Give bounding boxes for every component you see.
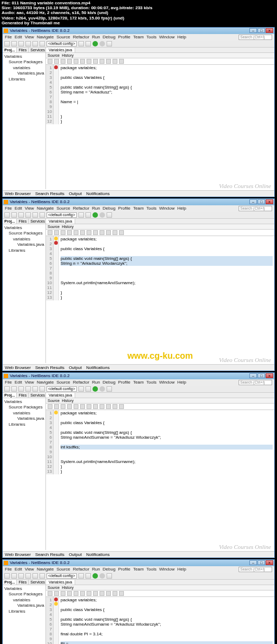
netbeans-window: Variables - NetBeans IDE 8.0.2 – □ × Fil… (2, 27, 275, 197)
error-mark-icon (54, 241, 58, 245)
line-gutter: 123456789101112 (46, 65, 54, 124)
close-button[interactable]: × (266, 373, 273, 378)
tree-project[interactable]: Variables (4, 54, 44, 59)
tab-files[interactable]: Files (17, 48, 29, 52)
last-edit-button[interactable] (61, 59, 65, 64)
maximize-button[interactable]: □ (258, 560, 265, 565)
close-button[interactable]: × (266, 199, 273, 204)
menu-window[interactable]: Window (159, 35, 174, 39)
tree-src[interactable]: Source Packages (4, 59, 44, 65)
code-area[interactable]: package variables; public class Variable… (59, 65, 274, 124)
redo-button[interactable] (39, 41, 45, 46)
minimize-button[interactable]: – (249, 199, 257, 204)
shift-left-button[interactable] (93, 59, 98, 64)
run-button[interactable] (93, 41, 98, 46)
warn-mark-icon (54, 411, 58, 414)
maximize-button[interactable]: □ (258, 199, 265, 204)
editor-tab[interactable]: Variables.java (46, 48, 75, 52)
maximize-button[interactable]: □ (258, 373, 265, 378)
maximize-button[interactable]: □ (258, 28, 265, 33)
menubar: File Edit View Navigate Source Refactor … (3, 34, 274, 41)
search-input[interactable]: Search (Ctrl+I) (239, 35, 272, 40)
toggle-bm-button[interactable] (87, 59, 91, 64)
main-toolbar: <default config> (3, 41, 274, 48)
tab-source[interactable]: Source (48, 53, 60, 57)
menu-source[interactable]: Source (56, 35, 70, 39)
menu-file[interactable]: File (5, 35, 12, 39)
find-sel-button[interactable] (67, 59, 72, 64)
save-button[interactable] (25, 41, 31, 46)
titlebar[interactable]: Variables - NetBeans IDE 8.0.2 – □ × (3, 28, 274, 34)
app-icon (4, 29, 8, 33)
uncomment-button[interactable] (119, 59, 124, 64)
status-output[interactable]: Output (69, 191, 82, 196)
tree-pkg[interactable]: variables (4, 65, 44, 71)
tab-history[interactable]: History (62, 53, 74, 57)
menu-refactor[interactable]: Refactor (73, 35, 89, 39)
warn-mark-icon (54, 602, 58, 606)
clean-button[interactable] (85, 41, 91, 46)
minimize-button[interactable]: – (249, 560, 257, 565)
close-button[interactable]: × (266, 560, 273, 565)
error-mark-icon (54, 65, 58, 69)
tree-lib[interactable]: Libraries (4, 77, 44, 82)
status-bar: Web Browser Search Results Output Notifi… (3, 190, 274, 197)
marker-col (54, 65, 59, 124)
error-mark-icon (54, 598, 58, 601)
status-web[interactable]: Web Browser (5, 191, 31, 196)
watermark: Video Courses Online (3, 183, 274, 190)
warn-mark-icon (54, 237, 58, 240)
window-title: Variables - NetBeans IDE 8.0.2 (10, 28, 248, 33)
tab-services[interactable]: Services (29, 48, 47, 52)
project-panel: Proj... Files Services Variables Source … (3, 48, 46, 189)
menu-view[interactable]: View (25, 35, 34, 39)
project-tree: Variables Source Packages variables Vari… (3, 53, 45, 83)
video-metadata: File: 011 Naming variable conventions.mp… (0, 0, 277, 26)
menu-team[interactable]: Team (133, 35, 144, 39)
close-button[interactable]: × (266, 28, 273, 33)
netbeans-window: Variables - NetBeans IDE 8.0.2–□× FileEd… (2, 198, 275, 371)
netbeans-window: Variables - NetBeans IDE 8.0.2–□× FileEd… (2, 559, 275, 644)
menu-edit[interactable]: Edit (15, 35, 22, 39)
menu-navigate[interactable]: Navigate (37, 35, 54, 39)
menu-help[interactable]: Help (177, 35, 186, 39)
undo-button[interactable] (32, 41, 38, 46)
menu-debug[interactable]: Debug (103, 35, 116, 39)
build-button[interactable] (78, 41, 84, 46)
new-file-button[interactable] (4, 41, 10, 46)
config-combo[interactable]: <default config> (47, 41, 77, 46)
prev-bm-button[interactable] (74, 59, 78, 64)
open-button[interactable] (18, 41, 24, 46)
back-button[interactable] (48, 59, 52, 64)
minimize-button[interactable]: – (249, 373, 257, 378)
editor-panel: Variables.java Source History 1234567891… (46, 48, 274, 189)
fwd-button[interactable] (54, 59, 59, 64)
status-notifications[interactable]: Notifications (86, 191, 110, 196)
comment-button[interactable] (113, 59, 117, 64)
menu-run[interactable]: Run (92, 35, 100, 39)
debug-button[interactable] (100, 41, 105, 46)
menu-tools[interactable]: Tools (147, 35, 157, 39)
editor-toolbar (46, 58, 274, 65)
tab-projects[interactable]: Proj... (3, 48, 17, 52)
macro-button[interactable] (106, 59, 111, 64)
menu-profile[interactable]: Profile (118, 35, 130, 39)
status-search[interactable]: Search Results (35, 191, 64, 196)
profile-button[interactable] (107, 41, 112, 46)
minimize-button[interactable]: – (249, 28, 257, 33)
next-bm-button[interactable] (80, 59, 85, 64)
netbeans-window: Variables - NetBeans IDE 8.0.2–□× FileEd… (2, 372, 275, 558)
new-project-button[interactable] (11, 41, 17, 46)
tree-file[interactable]: Variables.java (4, 71, 44, 76)
shift-right-button[interactable] (100, 59, 104, 64)
